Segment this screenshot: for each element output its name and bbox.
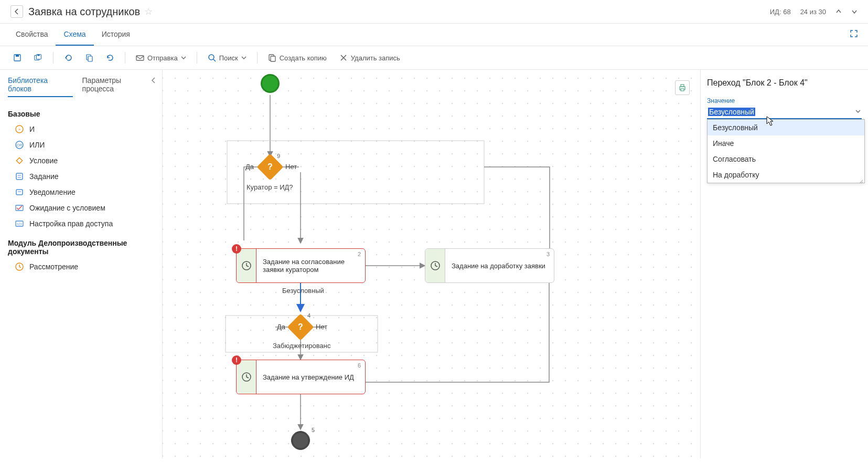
sidebar-tab-library[interactable]: Библиотека блоков (8, 76, 73, 97)
save-all-button[interactable] (29, 50, 48, 65)
svg-rect-4 (37, 55, 39, 56)
svg-rect-1 (16, 55, 19, 57)
or-icon: OR (15, 140, 24, 150)
review-icon (15, 262, 24, 271)
error-badge-icon: ! (232, 244, 241, 254)
main-tabs: Свойства Схема История (0, 24, 868, 46)
label-yes: Да (277, 323, 285, 331)
pager-text: 24 из 30 (800, 8, 826, 16)
refresh-icon (106, 54, 114, 62)
block-notify[interactable]: Уведомление (0, 184, 162, 200)
label-no: Нет (316, 323, 327, 331)
search-icon (208, 54, 216, 62)
chevron-down-icon (181, 55, 186, 60)
chevron-down-icon (241, 55, 247, 60)
field-label-value: Значение (707, 97, 862, 104)
clipboard-icon (85, 54, 93, 62)
save-all-icon (34, 54, 42, 62)
svg-text:+: + (18, 127, 21, 132)
svg-rect-11 (271, 56, 275, 61)
tab-history[interactable]: История (94, 24, 138, 46)
condition-label: Куратор = ИД? (247, 183, 293, 191)
favorite-star-icon[interactable]: ☆ (144, 6, 153, 17)
svg-text:OR: OR (17, 143, 23, 147)
diagram-canvas[interactable]: ? 9 Да Нет Куратор = ИД? ! Задание на со… (163, 70, 700, 458)
sidebar-collapse-icon[interactable] (151, 77, 157, 83)
transition-label[interactable]: Безусловный (282, 287, 324, 295)
label-no: Нет (285, 163, 297, 171)
copy-clipboard-button[interactable] (80, 50, 99, 65)
undo-icon (64, 54, 72, 62)
task-node-approval[interactable]: ! Задание на согласование заявки куратор… (236, 248, 366, 283)
svg-rect-6 (88, 56, 92, 61)
page-title: Заявка на сотрудников (28, 6, 140, 18)
label-yes: Да (245, 163, 254, 171)
create-copy-button[interactable]: Создать копию (263, 50, 332, 65)
error-badge-icon: ! (232, 355, 241, 365)
search-button[interactable]: Поиск (202, 50, 252, 65)
block-or[interactable]: OR ИЛИ (0, 137, 162, 153)
record-id-label: ИД: 68 (770, 8, 791, 16)
svg-rect-20 (16, 190, 23, 195)
clock-icon (430, 260, 441, 271)
value-dropdown: Безусловный Иначе Согласовать На доработ… (707, 119, 865, 183)
task-icon (15, 172, 24, 181)
properties-panel: Переход "Блок 2 - Блок 4" Значение Безус… (700, 70, 868, 458)
node-number: 5 (312, 427, 315, 433)
back-button[interactable] (10, 5, 23, 18)
copy-icon (268, 54, 276, 62)
block-and[interactable]: + И (0, 121, 162, 137)
block-wait[interactable]: Ожидание с условием (0, 200, 162, 216)
task-node-rework[interactable]: Задание на доработку заявки 3 (425, 248, 554, 283)
refresh-button[interactable] (101, 50, 120, 65)
header-bar: Заявка на сотрудников ☆ ИД: 68 24 из 30 (0, 0, 868, 24)
end-node[interactable] (291, 431, 310, 450)
pager-prev-icon[interactable] (835, 8, 842, 15)
value-select[interactable]: Безусловный Безусловный Иначе Согласоват… (707, 106, 862, 119)
sidebar-tab-params[interactable]: Параметры процесса (82, 76, 154, 97)
dropdown-option[interactable]: На доработку (708, 167, 864, 183)
send-icon (136, 54, 144, 62)
svg-line-9 (213, 59, 216, 61)
undo-button[interactable] (59, 50, 78, 65)
and-icon: + (15, 124, 24, 134)
send-button[interactable]: Отправка (131, 50, 191, 65)
dropdown-option[interactable]: Согласовать (708, 151, 864, 167)
resize-grip-icon[interactable] (858, 178, 863, 184)
svg-rect-7 (136, 56, 144, 60)
svg-text:</>: </> (17, 222, 22, 226)
pager-next-icon[interactable] (851, 8, 858, 15)
notify-icon (15, 187, 24, 197)
task-node-confirm[interactable]: ! Задание на утверждение ИД 6 (236, 360, 366, 394)
condition-label: Забюджетированс (273, 342, 330, 350)
block-task[interactable]: Задание (0, 169, 162, 184)
toolbar: Отправка Поиск Создать копию Удалить зап… (0, 46, 868, 70)
sidebar-group-module: Модуль Делопроизводственные документы (0, 236, 162, 259)
block-condition[interactable]: Условие (0, 153, 162, 169)
svg-rect-16 (16, 158, 22, 163)
tab-scheme[interactable]: Схема (56, 24, 93, 46)
tab-properties[interactable]: Свойства (8, 24, 56, 46)
node-number: 4 (307, 312, 310, 319)
dropdown-option[interactable]: Иначе (708, 135, 864, 151)
clock-icon (241, 372, 252, 382)
svg-rect-17 (16, 173, 23, 180)
access-icon: </> (15, 219, 24, 228)
expand-icon[interactable] (850, 30, 858, 37)
svg-point-8 (209, 55, 214, 60)
wait-icon (15, 203, 24, 213)
block-review[interactable]: Рассмотрение (0, 259, 162, 275)
delete-button[interactable]: Удалить запись (334, 50, 405, 65)
start-node[interactable] (261, 74, 280, 93)
panel-title: Переход "Блок 2 - Блок 4" (707, 78, 862, 88)
clock-icon (241, 260, 252, 271)
sidebar: Библиотека блоков Параметры процесса Баз… (0, 70, 163, 458)
save-button[interactable] (8, 50, 27, 65)
block-access[interactable]: </> Настройка прав доступа (0, 216, 162, 232)
dropdown-option[interactable]: Безусловный (708, 120, 864, 135)
save-icon (13, 54, 22, 62)
sidebar-group-basic: Базовые (0, 107, 162, 121)
close-icon (339, 54, 348, 62)
condition-icon (15, 156, 24, 165)
node-number: 9 (277, 153, 280, 159)
